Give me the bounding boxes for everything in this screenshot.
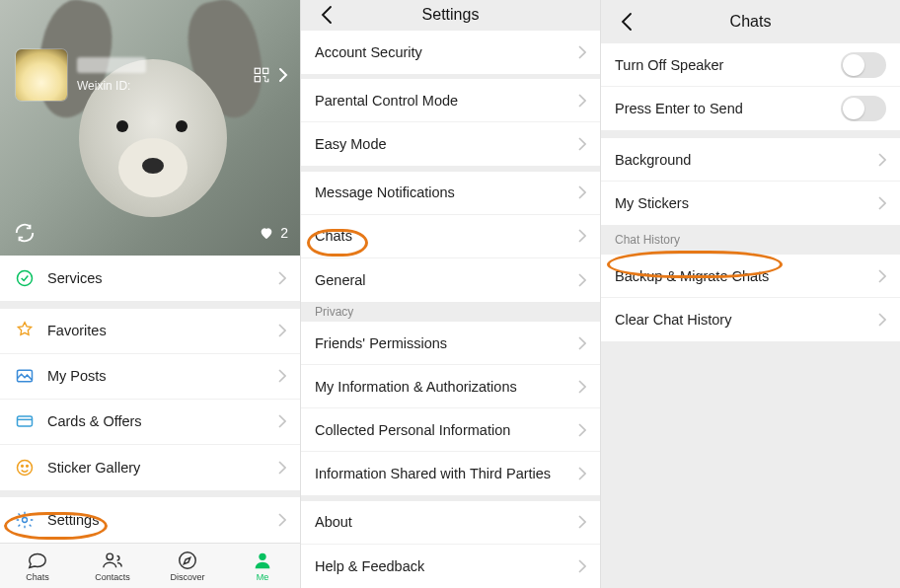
chat-history-section-header: Chat History [601,225,900,255]
row-label: General [315,272,366,288]
nav-bar: Settings [301,0,600,31]
chevron-right-icon [278,414,286,428]
chevron-right-icon [578,336,586,350]
back-button[interactable] [309,0,344,31]
chevron-right-icon [278,67,288,83]
profile-name [77,57,146,73]
row-label: Friends' Permissions [315,335,447,351]
press-enter-send-toggle[interactable] [841,96,886,121]
general-row[interactable]: General [301,258,600,302]
friends-permissions-row[interactable]: Friends' Permissions [301,322,600,365]
profile-row[interactable]: Weixin ID: [16,49,288,101]
chevron-right-icon [878,196,886,210]
tab-me-label: Me [257,572,269,582]
row-label: Information Shared with Third Parties [315,466,551,481]
settings-label: Settings [47,512,99,528]
refresh-icon[interactable] [12,220,38,246]
sticker-gallery-label: Sticker Gallery [47,460,140,476]
tab-chats[interactable]: Chats [0,544,75,588]
tab-discover-label: Discover [170,572,204,582]
gear-icon [14,509,36,531]
chevron-right-icon [578,137,586,151]
row-label: Press Enter to Send [615,101,743,116]
avatar[interactable] [16,49,67,101]
row-label: Message Notifications [315,184,455,200]
me-screen: Weixin ID: 2 [0,0,300,588]
row-label: Collected Personal Information [315,422,510,438]
message-notifications-row[interactable]: Message Notifications [301,172,600,215]
background-row[interactable]: Background [601,138,900,182]
tab-discover[interactable]: Discover [150,544,225,588]
tab-contacts[interactable]: Contacts [75,544,150,588]
svg-point-8 [27,465,29,467]
tab-chats-label: Chats [26,572,49,582]
svg-rect-2 [255,77,260,82]
favorites-label: Favorites [47,323,107,338]
row-label: Help & Feedback [315,558,424,574]
weixin-id-label: Weixin ID: [77,79,146,93]
services-icon [14,267,36,289]
turn-off-speaker-row[interactable]: Turn Off Speaker [601,43,900,87]
cards-offers-icon [14,410,36,432]
chevron-right-icon [278,461,286,475]
about-row[interactable]: About [301,501,600,545]
settings-screen: Settings Account Security Parental Contr… [300,0,600,588]
chevron-right-icon [878,153,886,167]
hero-background-image [0,0,300,256]
chevron-right-icon [578,559,586,573]
easy-mode-row[interactable]: Easy Mode [301,122,600,166]
discover-icon [177,550,198,571]
cards-offers-row[interactable]: Cards & Offers [0,400,300,445]
row-label: Clear Chat History [615,312,731,328]
chats-row[interactable]: Chats [301,215,600,258]
tab-bar: Chats Contacts Discover Me [0,543,300,588]
chevron-right-icon [278,271,286,285]
collected-personal-info-row[interactable]: Collected Personal Information [301,408,600,452]
qr-code-icon[interactable] [253,66,270,84]
sticker-gallery-row[interactable]: Sticker Gallery [0,445,300,490]
svg-rect-1 [263,68,268,73]
favorites-row[interactable]: Favorites [0,309,300,354]
settings-row[interactable]: Settings [0,497,300,543]
my-posts-row[interactable]: My Posts [0,354,300,400]
row-label: Easy Mode [315,136,387,152]
chevron-right-icon [878,313,886,327]
chevron-right-icon [578,273,586,287]
info-shared-third-row[interactable]: Information Shared with Third Parties [301,452,600,495]
chats-settings-screen: Chats Turn Off Speaker Press Enter to Se… [600,0,900,588]
row-label: My Stickers [615,195,689,211]
profile-hero: Weixin ID: 2 [0,0,300,256]
svg-rect-5 [18,416,33,426]
chevron-right-icon [578,45,586,59]
backup-migrate-row[interactable]: Backup & Migrate Chats [601,255,900,298]
svg-point-12 [259,553,265,560]
svg-point-6 [18,460,33,475]
svg-point-10 [107,553,112,559]
tab-me[interactable]: Me [225,544,300,588]
services-row[interactable]: Services [0,256,300,301]
clear-chat-history-row[interactable]: Clear Chat History [601,298,900,341]
chevron-right-icon [578,380,586,394]
account-security-row[interactable]: Account Security [301,31,600,74]
row-label: My Information & Authorizations [315,379,517,395]
back-button[interactable] [609,0,644,43]
chevron-right-icon [278,324,286,337]
parental-control-row[interactable]: Parental Control Mode [301,79,600,122]
my-stickers-row[interactable]: My Stickers [601,182,900,225]
turn-off-speaker-toggle[interactable] [841,52,886,78]
svg-point-9 [23,517,28,522]
svg-point-7 [22,465,24,467]
row-label: Backup & Migrate Chats [615,268,769,284]
help-feedback-row[interactable]: Help & Feedback [301,545,600,588]
svg-point-11 [180,552,196,569]
chevron-right-icon [578,185,586,199]
chevron-right-icon [578,423,586,437]
my-info-auth-row[interactable]: My Information & Authorizations [301,365,600,408]
svg-rect-0 [255,68,260,73]
chevron-right-icon [278,369,286,383]
chevron-right-icon [278,513,286,527]
favorites-icon [14,320,36,341]
press-enter-send-row[interactable]: Press Enter to Send [601,87,900,130]
chevron-right-icon [578,515,586,529]
services-label: Services [47,270,103,286]
